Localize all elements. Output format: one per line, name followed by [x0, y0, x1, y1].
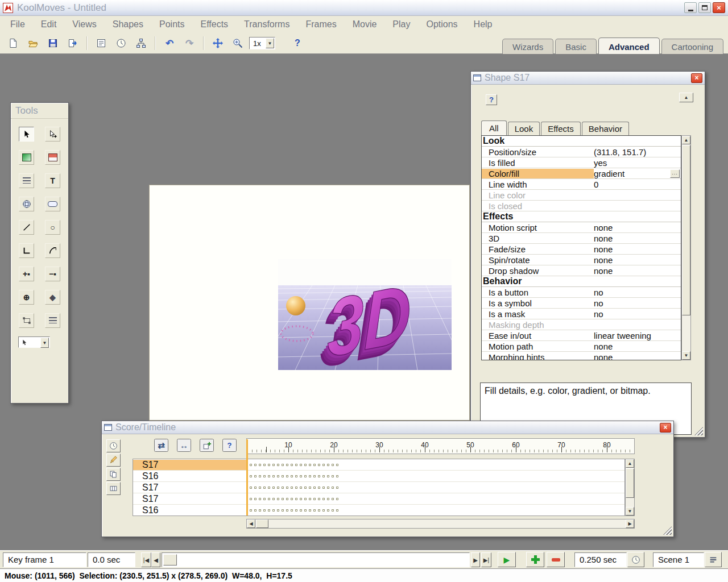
menu-item[interactable]: Edit	[33, 17, 65, 32]
timeline-row-label[interactable]: S17	[133, 460, 247, 470]
property-row[interactable]: Effects	[482, 211, 681, 222]
resize-grip[interactable]	[663, 526, 672, 535]
property-row[interactable]: Spin/rotate none	[482, 255, 681, 265]
onion-skin-button[interactable]	[106, 439, 121, 452]
swap-frames-button[interactable]: ⇄	[154, 439, 168, 452]
scroll-up-icon[interactable]: ▲	[626, 459, 634, 468]
new-document-button[interactable]	[5, 35, 22, 51]
property-value[interactable]: none	[594, 352, 670, 361]
scroll-up-icon[interactable]: ▲	[682, 136, 690, 144]
save-button[interactable]	[44, 35, 61, 51]
menu-item[interactable]: Shapes	[105, 17, 151, 32]
shape-window-titlebar[interactable]: Shape S17 ×	[471, 72, 705, 85]
previous-frame-button[interactable]: ◀	[151, 552, 160, 567]
undo-button[interactable]: ↶	[161, 35, 178, 51]
text-tool-button[interactable]: T	[45, 173, 60, 188]
menu-item[interactable]: Movie	[345, 17, 385, 32]
zoom-select[interactable]: 1x ▼	[249, 37, 275, 49]
property-row[interactable]: Line width 0	[482, 179, 681, 190]
mode-tab[interactable]: Basic	[555, 39, 597, 54]
shape-tab[interactable]: Behavior	[582, 122, 629, 135]
add-point-tool-button[interactable]: +▪	[19, 267, 34, 281]
frame-slider[interactable]	[162, 552, 470, 567]
menu-item[interactable]: Transforms	[236, 17, 297, 32]
scroll-left-icon[interactable]: ◀	[247, 519, 255, 528]
property-row[interactable]: Position/size (311.8, 151.7)	[482, 147, 681, 157]
timeline-row-frames[interactable]	[247, 505, 624, 516]
property-row[interactable]: Is a symbol no	[482, 298, 681, 309]
menu-item[interactable]: Effects	[192, 17, 236, 32]
property-value[interactable]: linear tweening	[594, 331, 670, 340]
menu-item[interactable]: Play	[384, 17, 418, 32]
property-value[interactable]: none	[594, 223, 670, 232]
shape-tab[interactable]: All	[481, 120, 507, 136]
timing-button[interactable]	[113, 35, 130, 51]
close-button[interactable]: ×	[691, 73, 702, 83]
properties-scrollbar[interactable]: ▲ ▼	[681, 135, 691, 360]
property-row[interactable]: Is a mask no	[482, 309, 681, 319]
artwork-3d-graphic[interactable]: 3D 3D 3D 3D 3D	[278, 259, 452, 370]
mode-tab[interactable]: Wizards	[502, 39, 553, 54]
property-row[interactable]: Masking depth	[482, 319, 681, 330]
last-frame-button[interactable]: ▶|	[481, 552, 491, 567]
help-button[interactable]: ?	[486, 94, 497, 105]
insert-frame-button[interactable]	[200, 439, 214, 452]
timeline-row-frames[interactable]	[247, 471, 624, 481]
property-row[interactable]: Is closed	[482, 201, 681, 211]
timeline-ruler[interactable]: 1020304050607080	[246, 438, 635, 454]
artwork-sphere[interactable]	[286, 296, 305, 315]
timeline-row-label[interactable]: S16	[133, 471, 247, 481]
copy-frames-button[interactable]	[106, 468, 121, 481]
delete-point-tool-button[interactable]: −▪	[45, 267, 60, 281]
insert-point-tool-button[interactable]: ⊕	[19, 290, 34, 305]
help-button[interactable]: ?	[222, 439, 237, 452]
menu-item[interactable]: Frames	[297, 17, 344, 32]
property-row[interactable]: Morphing hints none	[482, 352, 681, 360]
subselect-tool-button[interactable]	[45, 127, 60, 142]
property-value[interactable]: none	[594, 255, 670, 265]
timeline-row[interactable]: S17	[133, 493, 624, 505]
scrollbar-thumb[interactable]	[626, 468, 634, 498]
stretch-frames-button[interactable]: ↔	[177, 439, 191, 452]
delete-frame-button[interactable]	[547, 552, 565, 567]
property-row[interactable]: 3D none	[482, 233, 681, 244]
frame-timing-button[interactable]	[627, 552, 644, 567]
shape-tab[interactable]: Look	[508, 122, 540, 135]
property-row[interactable]: Color/fill gradient ...	[482, 168, 681, 179]
property-value[interactable]: yes	[594, 158, 670, 168]
mode-tab[interactable]: Cartooning	[661, 39, 723, 54]
corner-line-tool-button[interactable]	[19, 243, 34, 258]
ellipsis-button[interactable]: ...	[670, 169, 680, 178]
property-value[interactable]: none	[594, 234, 670, 243]
property-row[interactable]: Fade/size none	[482, 244, 681, 255]
artwork-text[interactable]: 3D	[328, 267, 411, 370]
chevron-down-icon[interactable]: ▼	[40, 338, 49, 348]
property-row[interactable]: Drop shadow none	[482, 265, 681, 276]
frame-grid-button[interactable]	[106, 482, 121, 495]
property-value[interactable]: none	[594, 244, 670, 254]
scroll-down-icon[interactable]: ▼	[682, 351, 690, 360]
pan-button[interactable]	[209, 35, 226, 51]
chevron-down-icon[interactable]: ▼	[266, 38, 274, 48]
timeline-row-frames[interactable]	[247, 482, 624, 493]
sphere-tool-button[interactable]	[19, 197, 34, 211]
paragraph-text-tool-button[interactable]	[19, 173, 34, 188]
menu-item[interactable]: Points	[151, 17, 192, 32]
timeline-row-label[interactable]: S17	[133, 494, 247, 504]
property-value[interactable]: (311.8, 151.7)	[594, 147, 670, 157]
scroll-right-icon[interactable]: ▶	[626, 519, 634, 528]
property-row[interactable]: Ease in/out linear tweening	[482, 330, 681, 341]
transform-tool-button[interactable]	[19, 313, 34, 328]
property-row[interactable]: Look	[482, 136, 681, 147]
resize-grip[interactable]	[694, 427, 703, 435]
tools-palette-title[interactable]: Tools	[11, 103, 68, 119]
close-button[interactable]: ×	[713, 2, 725, 13]
timeline-horizontal-scrollbar[interactable]: ◀ ▶	[246, 519, 635, 529]
zoom-button[interactable]	[229, 35, 246, 51]
gradient-fill-tool-button[interactable]	[19, 150, 34, 165]
canvas[interactable]: 3D 3D 3D 3D 3D	[149, 185, 470, 421]
ellipse-tool-button[interactable]: ○	[45, 220, 60, 235]
paint-fill-tool-button[interactable]	[45, 150, 60, 165]
property-row[interactable]: Is a button no	[482, 287, 681, 298]
maximize-button[interactable]	[698, 2, 711, 13]
